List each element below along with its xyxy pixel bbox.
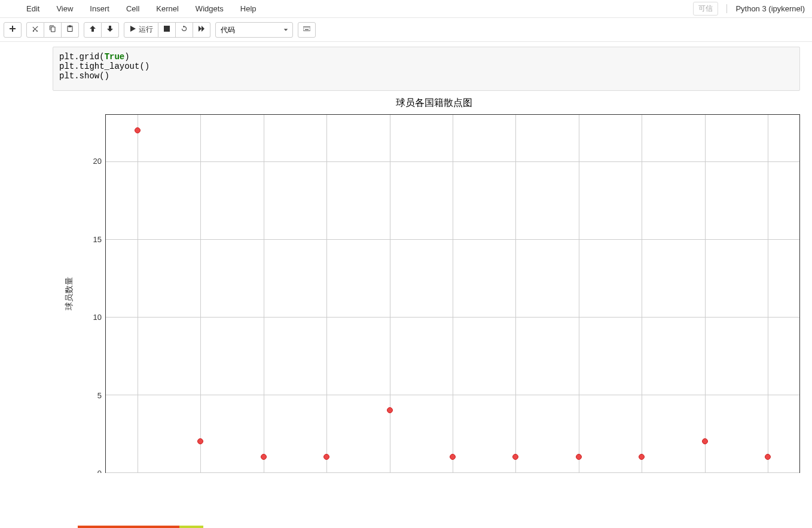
cell-output: 球员各国籍散点图 球员数量 05101520 中国南非约旦黎巴嫩泰国法国以色列威… [65,97,804,473]
grid-line-vertical [326,115,327,472]
grid-line-vertical [138,115,138,472]
scatter-point [450,454,456,460]
paste-icon [66,25,74,34]
scatter-point [512,454,518,460]
grid-line-vertical [453,115,453,472]
notebook-container: plt.grid(True) plt.tight_layout() plt.sh… [0,47,812,473]
menu-help[interactable]: Help [232,1,265,17]
grid-line-vertical [264,115,264,472]
svg-rect-4 [308,28,309,28]
svg-rect-5 [309,28,310,28]
arrow-down-icon [106,25,114,34]
scatter-point [702,438,708,444]
plus-icon [9,25,16,34]
scatter-point [765,454,771,460]
plot-area: 球员数量 05101520 中国南非约旦黎巴嫩泰国法国以色列威尔士韩国摩尔多瓦巴… [90,114,804,473]
copy-icon [49,25,56,34]
grid-line-vertical [390,115,390,472]
insert-cell-below-button[interactable] [4,22,22,38]
scatter-point [323,454,329,460]
copy-button[interactable] [44,22,62,38]
grid-line-horizontal [106,472,799,473]
svg-rect-1 [304,28,305,28]
restart-icon [181,25,188,34]
stop-icon [163,25,170,34]
svg-rect-3 [307,28,307,28]
menubar: Edit View Insert Cell Kernel Widgets Hel… [0,0,812,18]
menu-insert[interactable]: Insert [81,1,118,17]
kernel-indicator[interactable]: Python 3 (ipykernel) [726,4,805,13]
scatter-point [576,454,582,460]
cell-type-select[interactable]: 代码 [215,22,293,38]
command-palette-button[interactable] [298,22,316,38]
move-down-button[interactable] [102,22,119,38]
grid-line-vertical [705,115,706,472]
restart-run-all-button[interactable] [193,22,210,38]
scatter-point [639,454,645,460]
scissors-icon [32,25,39,34]
keyboard-icon [303,25,310,34]
y-axis-label: 球员数量 [64,277,75,310]
grid-line-vertical [515,115,516,472]
grid-line-vertical [768,115,768,472]
grid-line-vertical [579,115,579,472]
y-tick-label: 0 [84,469,102,474]
play-icon [129,25,136,34]
fast-forward-icon [198,25,205,34]
toolbar: 运行 代码 [0,18,812,42]
arrow-up-icon [89,25,96,34]
move-up-button[interactable] [84,22,102,38]
svg-rect-0 [303,27,310,31]
cut-button[interactable] [26,22,44,38]
plot-box [105,114,800,473]
scatter-point [387,407,393,413]
menu-edit[interactable]: Edit [18,1,48,17]
restart-button[interactable] [176,22,193,38]
trusted-indicator[interactable]: 可信 [693,2,718,16]
grid-line-vertical [200,115,201,472]
y-tick-label: 10 [84,313,102,322]
run-label: 运行 [139,25,153,35]
scatter-point [261,454,267,460]
code-cell-input[interactable]: plt.grid(True) plt.tight_layout() plt.sh… [53,47,800,91]
grid-line-vertical [642,115,642,472]
svg-rect-6 [305,29,309,30]
scatter-point [197,438,203,444]
y-tick-label: 5 [84,390,102,399]
paste-button[interactable] [62,22,79,38]
interrupt-button[interactable] [158,22,176,38]
menu-view[interactable]: View [48,1,81,17]
chart-title: 球员各国籍散点图 [65,97,804,109]
run-button[interactable]: 运行 [124,22,158,38]
y-tick-label: 15 [84,234,102,243]
svg-rect-2 [306,28,306,28]
menu-widgets[interactable]: Widgets [187,1,232,17]
scatter-point [135,127,141,133]
menu-cell[interactable]: Cell [118,1,148,17]
menu-kernel[interactable]: Kernel [148,1,187,17]
y-tick-label: 20 [84,157,102,166]
